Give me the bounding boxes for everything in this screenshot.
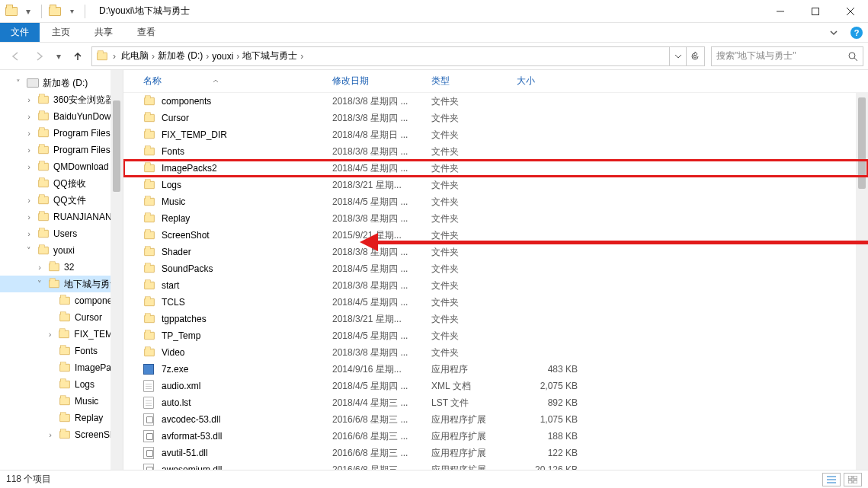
maximize-button[interactable]	[798, 0, 833, 23]
tree-node[interactable]: ›Program Files	[0, 125, 123, 142]
qat-dropdown-icon[interactable]: ▾	[21, 5, 35, 18]
close-button[interactable]	[833, 0, 868, 23]
tree-node[interactable]: ˅新加卷 (D:)	[0, 75, 123, 91]
tree-node[interactable]: ›RUANJIANAN	[0, 209, 123, 225]
forward-button[interactable]	[29, 46, 50, 66]
folder-open-icon[interactable]	[48, 5, 62, 18]
tab-home[interactable]: 主页	[40, 23, 82, 42]
tree-node[interactable]: Music	[0, 393, 123, 410]
tree-node[interactable]: ›360安全浏览器	[0, 91, 123, 108]
address-bar[interactable]: › 此电脑› 新加卷 (D:)› youxi› 地下城与勇士›	[91, 46, 705, 66]
tree-node[interactable]: ›FIX_TEMP_	[0, 326, 123, 343]
file-row[interactable]: Shader2018/3/8 星期四 ...文件夹	[123, 244, 868, 260]
expand-icon[interactable]: ›	[24, 196, 34, 205]
tree-node[interactable]: ˅地下城与勇士	[0, 276, 123, 292]
file-row[interactable]: components2018/3/8 星期四 ...文件夹	[123, 93, 868, 110]
file-row[interactable]: avutil-51.dll2016/6/8 星期三 ...应用程序扩展122 K…	[123, 445, 868, 461]
tree-node[interactable]: Cursor	[0, 309, 123, 326]
expand-icon[interactable]: ›	[24, 129, 34, 138]
column-type[interactable]: 类型	[431, 75, 517, 88]
tree-node[interactable]: componen	[0, 292, 123, 309]
search-input[interactable]: 搜索"地下城与勇士"	[711, 46, 863, 66]
expand-icon[interactable]: ›	[24, 163, 34, 171]
nav-tree[interactable]: ˅新加卷 (D:)›360安全浏览器›BaiduYunDown›Program …	[0, 70, 123, 470]
view-details-button[interactable]	[822, 473, 841, 486]
expand-icon[interactable]: ›	[24, 230, 34, 238]
recent-button[interactable]: ▾	[53, 46, 64, 66]
file-row[interactable]: SoundPacks2018/4/5 星期四 ...文件夹	[123, 260, 868, 277]
file-row[interactable]: auto.lst2018/4/4 星期三 ...LST 文件892 KB	[123, 394, 868, 411]
file-row[interactable]: 7z.exe2014/9/16 星期...应用程序483 KB	[123, 361, 868, 378]
file-row[interactable]: tgppatches2018/3/21 星期...文件夹	[123, 311, 868, 327]
expand-icon[interactable]: ˅	[14, 79, 23, 88]
file-row[interactable]: Logs2018/3/21 星期...文件夹	[123, 177, 868, 193]
file-row[interactable]: ScreenShot2015/9/21 星期...文件夹	[123, 227, 868, 244]
tree-node[interactable]: ›QMDownload	[0, 158, 123, 175]
chevron-right-icon[interactable]: ›	[204, 51, 210, 62]
tree-node[interactable]: ˅youxi	[0, 242, 123, 259]
file-row[interactable]: TP_Temp2018/4/5 星期四 ...文件夹	[123, 327, 868, 344]
expand-icon[interactable]: ›	[24, 213, 34, 222]
up-button[interactable]	[67, 46, 88, 66]
expand-icon[interactable]: ›	[35, 263, 44, 272]
breadcrumb[interactable]: 此电脑	[120, 49, 150, 62]
expand-icon[interactable]: ˅	[24, 247, 34, 255]
svg-rect-11	[848, 480, 852, 483]
expand-icon[interactable]: ›	[24, 146, 34, 155]
qat-dropdown-icon[interactable]: ▾	[65, 5, 78, 18]
address-dropdown-button[interactable]	[669, 47, 686, 65]
file-row[interactable]: avformat-53.dll2016/6/8 星期三 ...应用程序扩展188…	[123, 428, 868, 445]
expand-icon[interactable]: ›	[46, 330, 54, 339]
breadcrumb[interactable]: 地下城与勇士	[241, 49, 299, 62]
tree-label: Replay	[75, 413, 103, 423]
file-row[interactable]: Cursor2018/3/8 星期四 ...文件夹	[123, 110, 868, 126]
breadcrumb[interactable]: youxi	[210, 51, 235, 62]
file-row[interactable]: FIX_TEMP_DIR2018/4/8 星期日 ...文件夹	[123, 126, 868, 143]
expand-icon[interactable]: ›	[24, 96, 34, 104]
expand-icon[interactable]: ›	[24, 113, 34, 121]
scrollbar-thumb[interactable]	[113, 100, 120, 192]
tree-node[interactable]: QQ接收	[0, 175, 123, 192]
tree-node[interactable]: ›Users	[0, 225, 123, 242]
tree-node[interactable]: ›QQ文件	[0, 192, 123, 209]
tree-node[interactable]: Logs	[0, 376, 123, 393]
tree-node[interactable]: ›BaiduYunDown	[0, 108, 123, 125]
back-button[interactable]	[5, 46, 26, 66]
minimize-button[interactable]	[763, 0, 798, 23]
file-row[interactable]: avcodec-53.dll2016/6/8 星期三 ...应用程序扩展1,07…	[123, 411, 868, 428]
tab-file[interactable]: 文件	[0, 23, 40, 42]
chevron-right-icon[interactable]: ›	[150, 51, 156, 62]
tree-node[interactable]: ›ScreenSho	[0, 426, 123, 443]
list-scrollbar[interactable]	[856, 93, 868, 470]
column-name[interactable]: 名称	[143, 75, 332, 88]
tab-share[interactable]: 共享	[82, 23, 125, 42]
tree-node[interactable]: ›32	[0, 259, 123, 276]
tree-node[interactable]: ImagePack	[0, 359, 123, 376]
column-date[interactable]: 修改日期	[332, 75, 431, 88]
expand-icon[interactable]: ›	[46, 431, 55, 439]
chevron-right-icon[interactable]: ›	[111, 51, 117, 62]
file-row[interactable]: Fonts2018/3/8 星期四 ...文件夹	[123, 143, 868, 160]
column-size[interactable]: 大小	[517, 75, 593, 88]
ribbon-expand-button[interactable]	[822, 23, 845, 42]
file-row[interactable]: TCLS2018/4/5 星期四 ...文件夹	[123, 294, 868, 311]
file-row[interactable]: start2018/3/8 星期四 ...文件夹	[123, 277, 868, 294]
file-row[interactable]: ImagePacks22018/4/5 星期四 ...文件夹	[123, 160, 868, 177]
help-button[interactable]: ?	[845, 23, 868, 42]
view-icons-button[interactable]	[844, 473, 862, 486]
tree-node[interactable]: ›Program Files	[0, 142, 123, 158]
file-row[interactable]: awesomium.dll2016/6/8 星期三 ...应用程序扩展20,12…	[123, 461, 868, 470]
chevron-right-icon[interactable]: ›	[235, 51, 241, 62]
file-row[interactable]: Video2018/3/8 星期四 ...文件夹	[123, 344, 868, 361]
tree-scrollbar[interactable]	[111, 70, 123, 470]
breadcrumb[interactable]: 新加卷 (D:)	[156, 49, 204, 62]
file-row[interactable]: Replay2018/3/8 星期四 ...文件夹	[123, 210, 868, 227]
file-row[interactable]: audio.xml2018/4/5 星期四 ...XML 文档2,075 KB	[123, 378, 868, 394]
refresh-button[interactable]	[686, 47, 703, 65]
tab-view[interactable]: 查看	[125, 23, 168, 42]
expand-icon[interactable]: ˅	[35, 280, 44, 289]
tree-node[interactable]: Replay	[0, 410, 123, 426]
tree-node[interactable]: Fonts	[0, 343, 123, 359]
chevron-right-icon[interactable]: ›	[299, 51, 305, 62]
file-row[interactable]: Music2018/4/5 星期四 ...文件夹	[123, 193, 868, 210]
